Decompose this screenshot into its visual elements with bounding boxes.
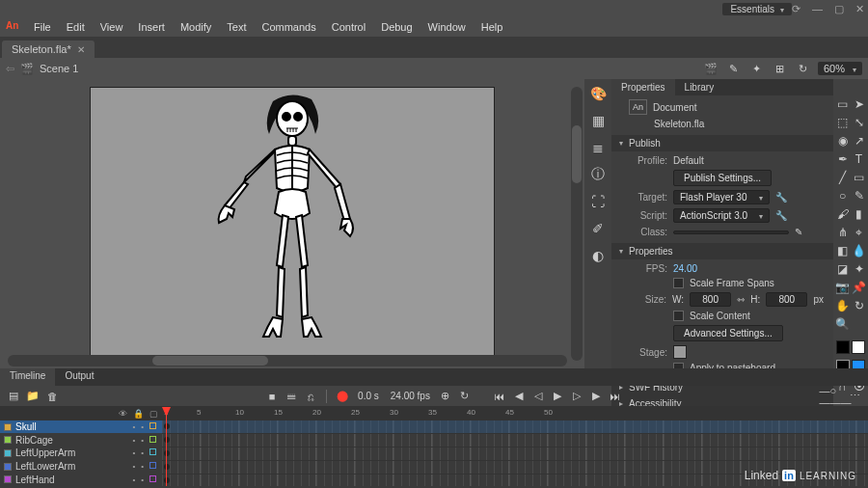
center-stage-icon[interactable]: ⊞ [772, 60, 789, 77]
line-tool[interactable]: ╱ [835, 170, 850, 184]
stage-canvas[interactable] [90, 87, 495, 357]
camera-tool[interactable]: 📷 [835, 280, 850, 294]
ink-bottle-tool[interactable]: ◧ [835, 243, 850, 258]
menu-view[interactable]: View [94, 19, 130, 35]
paint-bucket-tool[interactable]: ▮ [852, 206, 866, 221]
scale-frame-spans-checkbox[interactable] [673, 278, 684, 288]
menu-commands[interactable]: Commands [255, 19, 322, 35]
back-icon[interactable]: ⇦ [6, 63, 14, 75]
eraser-tool[interactable]: ◪ [835, 261, 850, 276]
close-icon[interactable]: ✕ [855, 3, 864, 15]
go-last-frame-icon[interactable]: ⏭ [608, 389, 623, 404]
rotation-tool[interactable]: ↻ [852, 298, 866, 312]
bind-tool[interactable]: ⌖ [852, 225, 866, 239]
pencil-icon[interactable]: ✎ [795, 227, 802, 237]
brush-tool[interactable]: 🖌 [835, 206, 850, 221]
layer-ribcage[interactable]: RibCage•• [0, 433, 162, 447]
zoom-tool[interactable]: 🔍 [835, 316, 850, 331]
minimize-icon[interactable]: — [812, 3, 823, 15]
next-frame-icon[interactable]: ▷ [569, 389, 584, 404]
layer-leftupperarm[interactable]: LeftUpperArm•• [0, 447, 162, 460]
lasso-tool[interactable]: ◉ [835, 133, 850, 148]
publish-section-header[interactable]: Publish [611, 135, 833, 151]
play-icon[interactable]: ▶ [550, 389, 565, 404]
brush-panel-icon[interactable]: ✐ [589, 220, 607, 237]
zoom-timeline-slider[interactable]: —○——— [827, 389, 843, 404]
step-back-icon[interactable]: ◀ [511, 389, 527, 404]
pin-tool[interactable]: 📌 [852, 280, 866, 294]
symbol-icon[interactable]: ✦ [748, 60, 766, 77]
loop-icon[interactable]: ↻ [457, 389, 473, 404]
bone-tool[interactable]: ⋔ [835, 225, 850, 239]
layer-skull[interactable]: Skull•• [0, 420, 162, 434]
camera-layer-icon[interactable]: ■ [264, 389, 280, 404]
menu-window[interactable]: Window [421, 19, 473, 35]
publish-settings-button[interactable]: Publish Settings... [673, 170, 772, 186]
eyedropper-tool[interactable]: 💧 [852, 243, 866, 258]
step-forward-icon[interactable]: ▶ [588, 389, 604, 404]
arrow-tool[interactable]: ➤ [852, 96, 866, 111]
text-tool[interactable]: T [852, 151, 866, 166]
menu-modify[interactable]: Modify [174, 19, 218, 35]
zoom-dropdown[interactable]: 60% [818, 62, 862, 75]
menu-edit[interactable]: Edit [60, 19, 92, 35]
go-first-frame-icon[interactable]: ⏮ [492, 389, 507, 404]
tab-timeline[interactable]: Timeline [0, 368, 55, 386]
frame-marker-icon[interactable]: ⬤ [335, 389, 350, 404]
cc-libraries-icon[interactable]: ◐ [589, 247, 607, 264]
width-tool[interactable]: ✦ [852, 261, 866, 276]
menu-insert[interactable]: Insert [131, 19, 172, 35]
new-folder-icon[interactable]: 📁 [25, 389, 41, 404]
stage-color-swatch[interactable] [673, 345, 687, 359]
tab-properties[interactable]: Properties [611, 79, 675, 95]
center-frame-icon[interactable]: ⊕ [438, 389, 453, 404]
scale-content-checkbox[interactable] [673, 311, 684, 321]
free-transform-tool[interactable]: ⤡ [852, 115, 866, 129]
transform-panel-icon[interactable]: ⛶ [589, 193, 607, 210]
pen-tool[interactable]: ✒ [835, 151, 850, 166]
wrench-icon[interactable]: 🔧 [775, 210, 787, 221]
tab-library[interactable]: Library [675, 79, 724, 95]
width-input[interactable]: 800 [690, 292, 731, 307]
frame-ruler[interactable]: 1 5 10 15 20 25 30 35 40 45 50 [162, 407, 868, 420]
workspace-switcher[interactable]: Essentials [722, 3, 792, 15]
timeline-options-icon[interactable]: ⋯ [847, 389, 862, 404]
hand-tool[interactable]: ✋ [835, 298, 850, 312]
color-panel-icon[interactable]: 🎨 [589, 85, 607, 102]
pointer-tool[interactable]: ↗ [852, 133, 866, 148]
maximize-icon[interactable]: ▢ [834, 3, 844, 15]
document-tab[interactable]: Skeleton.fla* ✕ [2, 41, 95, 58]
rectangle-tool[interactable]: ▭ [852, 170, 866, 184]
onion-skin-icon[interactable]: ⎌ [303, 389, 318, 404]
visibility-column-icon[interactable]: 👁 [119, 409, 127, 419]
clapboard-icon[interactable]: 🎬 [702, 60, 719, 77]
layer-leftlowerarm[interactable]: LeftLowerArm•• [0, 460, 162, 474]
oval-tool[interactable]: ○ [835, 188, 850, 203]
horizontal-scrollbar[interactable] [8, 355, 567, 366]
selection-tool[interactable]: ▭ [835, 96, 850, 111]
menu-text[interactable]: Text [220, 19, 253, 35]
outline-column-icon[interactable]: ▢ [149, 409, 158, 419]
align-panel-icon[interactable]: ≣ [589, 139, 607, 156]
fps-value[interactable]: 24.00 [673, 263, 697, 274]
wrench-icon[interactable]: 🔧 [775, 192, 787, 203]
layer-lefthand[interactable]: LeftHand•• [0, 473, 162, 486]
swatches-panel-icon[interactable]: ▦ [589, 112, 607, 129]
edit-scene-icon[interactable]: ✎ [725, 60, 743, 77]
tab-output[interactable]: Output [55, 368, 103, 386]
menu-control[interactable]: Control [325, 19, 372, 35]
layer-depth-icon[interactable]: ⩸ [284, 389, 299, 404]
pencil-tool[interactable]: ✎ [852, 188, 866, 203]
close-tab-icon[interactable]: ✕ [77, 44, 85, 55]
new-layer-icon[interactable]: ▤ [6, 389, 21, 404]
playhead[interactable] [166, 407, 167, 486]
info-panel-icon[interactable]: ⓘ [589, 166, 607, 183]
prev-frame-icon[interactable]: ◁ [530, 389, 546, 404]
menu-debug[interactable]: Debug [374, 19, 419, 35]
stroke-color-swatch[interactable] [836, 340, 850, 354]
script-dropdown[interactable]: ActionScript 3.0 [673, 208, 770, 223]
menu-file[interactable]: File [27, 19, 58, 35]
vertical-scrollbar[interactable] [571, 87, 583, 361]
class-input[interactable] [673, 230, 789, 234]
rotate-icon[interactable]: ↻ [795, 60, 812, 77]
